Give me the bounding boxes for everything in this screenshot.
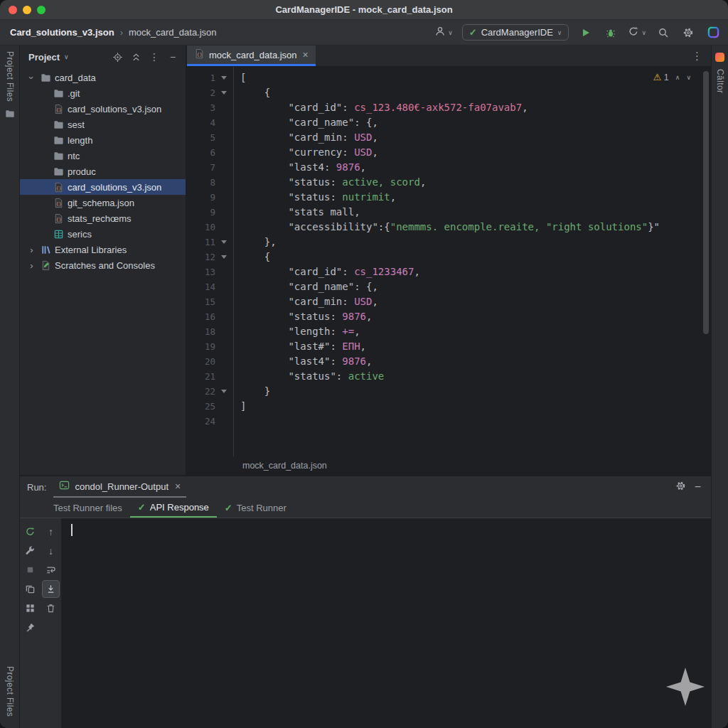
code-line[interactable]: { bbox=[240, 85, 711, 100]
code-line[interactable]: }, bbox=[240, 235, 711, 250]
code-line[interactable]: "last4": 9876, bbox=[240, 354, 711, 369]
code-line[interactable]: "card_min: USD, bbox=[240, 130, 711, 145]
editor-code[interactable]: [ { "card_id": cs_123.480€-axk572-fa07av… bbox=[234, 67, 711, 456]
run-subtab-test-runner-files[interactable]: Test Runner files bbox=[46, 498, 130, 518]
fold-icon[interactable] bbox=[221, 390, 227, 393]
rerun-button[interactable] bbox=[21, 523, 39, 540]
code-line[interactable]: "status: active, scord, bbox=[240, 175, 711, 190]
breadcrumb-project[interactable]: Card_solutions_v3.json bbox=[10, 27, 114, 38]
close-window-button[interactable] bbox=[9, 6, 17, 14]
code-line[interactable]: "status: 9876, bbox=[240, 309, 711, 324]
folder-tool-icon[interactable] bbox=[5, 109, 15, 122]
code-line[interactable]: "card_name": {, bbox=[240, 115, 711, 130]
minimize-window-button[interactable] bbox=[23, 6, 31, 14]
tree-item-sest[interactable]: sest bbox=[20, 117, 186, 132]
hide-run-panel-icon[interactable]: − bbox=[695, 481, 701, 493]
tree-item-length[interactable]: length bbox=[20, 132, 186, 148]
tree-item-card-solutions-v3-json[interactable]: {}card_solutions_v3.json bbox=[20, 179, 186, 195]
tab-options-icon[interactable]: ⋮ bbox=[683, 50, 711, 63]
run-button[interactable] bbox=[578, 25, 594, 41]
editor-tab[interactable]: {} mock_card_data.json × bbox=[187, 46, 316, 66]
code-line[interactable]: "card_name": {, bbox=[240, 279, 711, 294]
copy-output-button[interactable] bbox=[21, 580, 39, 598]
tree-item-scratches-and-consoles[interactable]: ›Scratches and Consoles bbox=[20, 257, 186, 273]
hide-panel-button[interactable]: − bbox=[166, 50, 180, 64]
code-line[interactable]: "accessibility":{"nemmms. encomple.reait… bbox=[240, 220, 711, 235]
tree-item-external-libraries[interactable]: ›External Libraries bbox=[20, 242, 186, 257]
rerun-options-button[interactable]: ∨ bbox=[628, 25, 646, 41]
tree-item-serics[interactable]: serics bbox=[20, 226, 186, 242]
project-panel-title[interactable]: Project bbox=[28, 52, 60, 63]
editor-scrollbar[interactable] bbox=[703, 71, 709, 334]
next-problem-icon[interactable]: ∨ bbox=[686, 74, 691, 81]
tree-item-ntc[interactable]: ntc bbox=[20, 148, 186, 164]
locate-file-button[interactable] bbox=[110, 50, 124, 64]
chevron-down-icon[interactable]: ∨ bbox=[64, 53, 69, 60]
scroll-up-button[interactable]: ↑ bbox=[42, 523, 60, 540]
fold-icon[interactable] bbox=[221, 91, 227, 95]
code-line[interactable]: } bbox=[240, 384, 711, 399]
collapse-all-button[interactable] bbox=[129, 50, 143, 64]
prev-problem-icon[interactable]: ∧ bbox=[675, 74, 680, 81]
scroll-to-end-button[interactable] bbox=[42, 580, 60, 598]
profile-button[interactable]: ∨ bbox=[434, 25, 453, 41]
code-line[interactable]: "status: nutrimit, bbox=[240, 190, 711, 205]
zoom-window-button[interactable] bbox=[37, 6, 46, 14]
code-line[interactable]: ] bbox=[240, 399, 711, 414]
more-options-icon[interactable]: ⋮ bbox=[147, 50, 161, 64]
layout-settings-button[interactable] bbox=[21, 599, 39, 617]
settings-button[interactable] bbox=[680, 25, 696, 41]
run-subtab-api-response[interactable]: ✓API Response bbox=[130, 498, 217, 518]
ai-assistant-button[interactable] bbox=[705, 25, 721, 41]
fold-icon[interactable] bbox=[221, 76, 227, 80]
debug-button[interactable] bbox=[603, 25, 619, 41]
search-everywhere-button[interactable] bbox=[655, 25, 671, 41]
scroll-down-button[interactable]: ↓ bbox=[42, 542, 60, 560]
notifications-icon[interactable] bbox=[715, 53, 724, 62]
chevron-collapsed-icon[interactable]: › bbox=[27, 260, 36, 271]
code-line[interactable]: "currency: USD, bbox=[240, 145, 711, 160]
console-output[interactable] bbox=[61, 518, 711, 728]
tree-item-git-schema-json[interactable]: {}git_schema.json bbox=[20, 195, 186, 210]
code-line[interactable]: { bbox=[240, 250, 711, 264]
code-line[interactable]: "last#": ЕПН, bbox=[240, 339, 711, 354]
clear-console-button[interactable] bbox=[42, 599, 60, 617]
code-line[interactable]: "card_min: USD, bbox=[240, 294, 711, 309]
code-line[interactable]: "stats mall, bbox=[240, 205, 711, 220]
code-line[interactable]: "length: +=, bbox=[240, 324, 711, 339]
run-subtab-test-runner[interactable]: ✓Test Runner bbox=[217, 498, 294, 518]
pin-tab-button[interactable] bbox=[21, 619, 39, 636]
run-configuration-select[interactable]: ✓ CardManagerIDE ∨ bbox=[462, 24, 569, 41]
json-icon: {} bbox=[53, 103, 64, 114]
tree-item-stats-rech-ms[interactable]: {}stats_rechœms bbox=[20, 210, 186, 226]
right-stripe-button[interactable]: Căltor bbox=[715, 69, 725, 93]
code-line[interactable]: "card_id": cs_123.480€-axk572-fa07avab7, bbox=[240, 100, 711, 115]
breadcrumb-file[interactable]: mock_card_data.json bbox=[129, 27, 217, 38]
fold-icon[interactable] bbox=[221, 255, 227, 259]
code-line[interactable]: [ bbox=[240, 70, 711, 85]
fold-icon[interactable] bbox=[221, 240, 227, 244]
code-line[interactable] bbox=[240, 414, 711, 429]
tree-item-produc[interactable]: produc bbox=[20, 164, 186, 179]
tree-item-git[interactable]: .git bbox=[20, 85, 186, 101]
project-files-stripe-button[interactable]: Project Files bbox=[5, 51, 15, 102]
test-settings-button[interactable] bbox=[21, 542, 39, 560]
chevron-expanded-icon[interactable]: › bbox=[26, 73, 37, 82]
code-line[interactable]: "status": active bbox=[240, 369, 711, 384]
stop-button[interactable] bbox=[21, 561, 39, 579]
editor-breadcrumb[interactable]: mock_card_data.json bbox=[187, 456, 711, 475]
tree-item-card-solutions-v3-json[interactable]: {}card_solutions_v3.json bbox=[20, 101, 186, 117]
chevron-down-icon: ∨ bbox=[557, 29, 562, 36]
code-editor[interactable]: 12345678991011121314151618192021222524 [… bbox=[187, 67, 711, 456]
run-settings-gear-icon[interactable] bbox=[675, 481, 686, 494]
tree-item-card-data[interactable]: ›card_data bbox=[20, 70, 186, 85]
titlebar: CardManagerIDE - mock_card_data.json bbox=[0, 0, 728, 20]
close-tab-icon[interactable]: × bbox=[303, 49, 309, 60]
code-line[interactable]: "card_id": cs_1233467, bbox=[240, 264, 711, 279]
code-line[interactable]: "last4: 9876, bbox=[240, 160, 711, 175]
project-files-stripe-button-bottom[interactable]: Project Files bbox=[5, 666, 15, 717]
chevron-collapsed-icon[interactable]: › bbox=[27, 245, 36, 255]
run-output-tab[interactable]: condol_Runner-Output × bbox=[53, 476, 186, 498]
close-tab-icon[interactable]: × bbox=[175, 481, 181, 492]
soft-wrap-button[interactable] bbox=[42, 561, 60, 579]
